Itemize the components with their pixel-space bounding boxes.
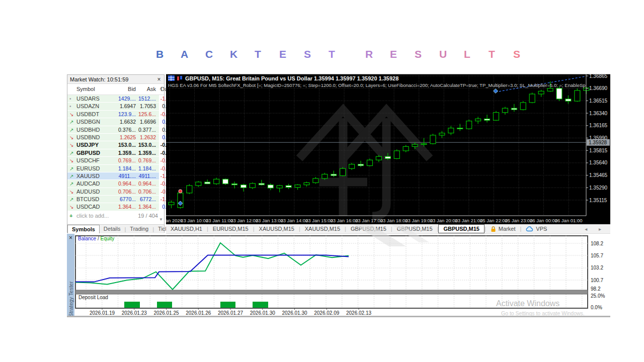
chart-type-icon bbox=[168, 75, 175, 81]
chart-tab-eurusd-m15[interactable]: EURUSD,M15 bbox=[208, 224, 253, 233]
tester-y-label: 108.2 bbox=[591, 241, 603, 246]
ask-value: 4911.... bbox=[138, 172, 156, 180]
market-watch-row[interactable]: ↗GBPUSD1.359...1.359...-0.25% bbox=[67, 149, 159, 157]
panel-splitter[interactable] bbox=[75, 290, 588, 294]
ask-value: 1512.... bbox=[138, 95, 156, 103]
logo-watermark-lower bbox=[345, 224, 440, 246]
time-axis-label: 26 Jan 01:00 bbox=[555, 218, 583, 223]
market-watch-row[interactable]: •USDAZN1.69471.70530.00% bbox=[67, 103, 159, 110]
ask-value: 0.964... bbox=[138, 180, 156, 188]
market-watch-row[interactable]: ↘USDCAD1.364...1.364...0.08% bbox=[67, 203, 159, 211]
lock-tab-market[interactable]: Market bbox=[486, 224, 520, 233]
tab-trading[interactable]: Trading bbox=[126, 225, 152, 233]
bid-value: 0.376... bbox=[116, 126, 136, 134]
tab-nav-arrows[interactable]: ◂ ▸ bbox=[585, 226, 606, 232]
click-to-add[interactable]: click to add... bbox=[76, 212, 109, 220]
symbol-name: GBPUSD bbox=[76, 149, 100, 157]
symbol-name: USDBGN bbox=[76, 118, 100, 126]
chart-tab-xauusd-m15[interactable]: XAUUSD,M15 bbox=[300, 224, 345, 233]
market-watch-header: Symbol Bid Ask Daily... bbox=[67, 84, 164, 95]
close-icon[interactable]: × bbox=[156, 75, 162, 84]
market-watch-row[interactable]: ↗BTCUSD6770...6772...-1.66% bbox=[67, 196, 159, 203]
market-watch-row[interactable]: ↗USDBHD0.376...0.377...0.00% bbox=[67, 126, 159, 134]
ask-value: 6772... bbox=[138, 196, 156, 203]
column-bid[interactable]: Bid bbox=[116, 86, 136, 92]
market-watch-row[interactable]: ↗EURUSD1.184...1.184...-0.07% bbox=[67, 165, 159, 172]
title-letter: A bbox=[181, 48, 205, 60]
tester-date-label: 2026.01.19 bbox=[90, 310, 115, 316]
title-letter: L bbox=[464, 48, 489, 60]
tab-details[interactable]: Details bbox=[100, 225, 125, 233]
trend-down-icon: ↘ bbox=[69, 141, 75, 149]
chart-symbol-ohlc: GBPUSD, M15: Great Britain Pound vs US D… bbox=[185, 75, 398, 81]
bid-value: 1.184... bbox=[116, 165, 136, 172]
time-axis-label: 23 Jan 12:00 bbox=[230, 218, 258, 223]
column-ask[interactable]: Ask bbox=[138, 86, 156, 92]
market-watch-tabs: SymbolsDetails|Trading|Ticks bbox=[67, 224, 164, 233]
add-symbol-icon[interactable]: + bbox=[69, 212, 72, 220]
market-watch-footer: + click to add... 19 / 404 bbox=[67, 212, 159, 220]
trend-down-icon: ↘ bbox=[69, 157, 75, 164]
column-symbol[interactable]: Symbol bbox=[76, 86, 95, 92]
symbol-name: USDBDT bbox=[76, 111, 99, 118]
legend-balance: Balance bbox=[78, 236, 96, 241]
chart-tab-xauusd-m15[interactable]: XAUUSD,M15 bbox=[255, 224, 299, 233]
market-watch-row[interactable]: ↘USDBND1.26251.26320.02% bbox=[67, 134, 159, 141]
deposit-load-bar bbox=[253, 302, 268, 308]
trend-flat-icon: • bbox=[69, 103, 75, 110]
strategy-tester-strip[interactable]: × Strategy Tester bbox=[67, 234, 74, 317]
ea-settings-line: HGS EA v3.06 For Mt5 SoftechFX_Robot [=;… bbox=[168, 82, 586, 88]
market-watch-row[interactable]: ↗USDBGN1.66321.66960.07% bbox=[67, 118, 159, 126]
trend-up-icon: ↗ bbox=[69, 196, 75, 203]
market-watch-rows: •USDARS1429....1512....-1.33%•USDAZN1.69… bbox=[67, 95, 159, 211]
symbol-name: USDBND bbox=[76, 134, 100, 141]
bid-value: 0.769... bbox=[116, 157, 136, 164]
close-icon[interactable]: × bbox=[67, 234, 74, 241]
scroll-down-icon[interactable]: ▼ bbox=[159, 217, 163, 222]
deposit-load-bar bbox=[157, 302, 172, 308]
trend-down-icon: ↘ bbox=[69, 134, 75, 141]
candlestick-plot: 1.368651.366901.365151.363401.361651.359… bbox=[166, 74, 610, 224]
market-watch-row[interactable]: ↗XAUUSD4911....4911....-1.58% bbox=[67, 172, 159, 180]
market-watch-row[interactable]: ↘AUDUSD0.706...0.706...-0.11% bbox=[67, 188, 159, 196]
price-axis-label: 1.35640 bbox=[589, 160, 608, 165]
lock-icon bbox=[491, 226, 496, 232]
market-watch-row[interactable]: ↗AUDCAD0.964...0.964...-0.03% bbox=[67, 180, 159, 188]
chart-tab-xauusd-h1[interactable]: XAUUSD,H1 bbox=[166, 224, 207, 233]
price-chart[interactable]: 1.368651.366901.365151.363401.361651.359… bbox=[166, 74, 610, 224]
strategy-tester-tab[interactable]: Strategy Tester bbox=[68, 272, 74, 317]
bid-value: 1.6632 bbox=[116, 118, 136, 126]
market-watch-title: Market Watch: 10:51:59 bbox=[70, 76, 128, 82]
cloud-tab-vps[interactable]: VPS bbox=[521, 224, 551, 233]
tester-y-label: 103.2 bbox=[591, 265, 603, 270]
tester-y-label: 98.2 bbox=[591, 286, 601, 292]
title-letter: B bbox=[156, 48, 181, 60]
trend-up-icon: ↗ bbox=[69, 126, 75, 134]
scroll-up-icon[interactable]: ▲ bbox=[159, 86, 163, 90]
bid-price-tag: 1.35928 bbox=[589, 140, 607, 145]
legend-equity: Equity bbox=[100, 236, 114, 241]
bid-value: 1.6947 bbox=[116, 103, 136, 110]
ask-value: 125.6... bbox=[138, 111, 156, 118]
symbol-name: BTCUSD bbox=[76, 196, 99, 203]
bid-value: 1.359... bbox=[116, 149, 136, 157]
page-title: BACKTESTRESULTS bbox=[156, 48, 533, 60]
market-watch-row[interactable]: ↘USDCHF0.769...0.769...-0.03% bbox=[67, 157, 159, 164]
time-axis-label: 23 Jan 13:00 bbox=[256, 218, 283, 223]
ask-value: 0.377... bbox=[138, 126, 156, 134]
tab-symbols[interactable]: Symbols bbox=[67, 225, 100, 233]
title-letter: K bbox=[230, 48, 255, 60]
trend-up-icon: ↗ bbox=[69, 180, 75, 188]
chart-tab-gbpusd-m15[interactable]: GBPUSD,M15 bbox=[438, 224, 485, 233]
tester-y-label: 105.7 bbox=[591, 253, 603, 258]
market-watch-row[interactable]: •USDARS1429....1512....-1.33% bbox=[67, 95, 159, 103]
market-watch-titlebar[interactable]: Market Watch: 10:51:59 × bbox=[67, 75, 164, 84]
symbol-name: USDCAD bbox=[76, 203, 100, 211]
title-letter: S bbox=[304, 48, 329, 60]
title-letter: S bbox=[415, 48, 439, 60]
market-watch-row[interactable]: ↘USDJPY153.0...153.0...-0.32% bbox=[67, 141, 159, 149]
title-letter: T bbox=[489, 48, 513, 60]
market-watch-panel: Market Watch: 10:51:59 × Symbol Bid Ask … bbox=[67, 74, 165, 233]
tester-date-label: 2026.01.30 bbox=[282, 310, 307, 316]
market-watch-row[interactable]: ↘USDBDT123.9...125.6...-0.06% bbox=[67, 111, 159, 118]
